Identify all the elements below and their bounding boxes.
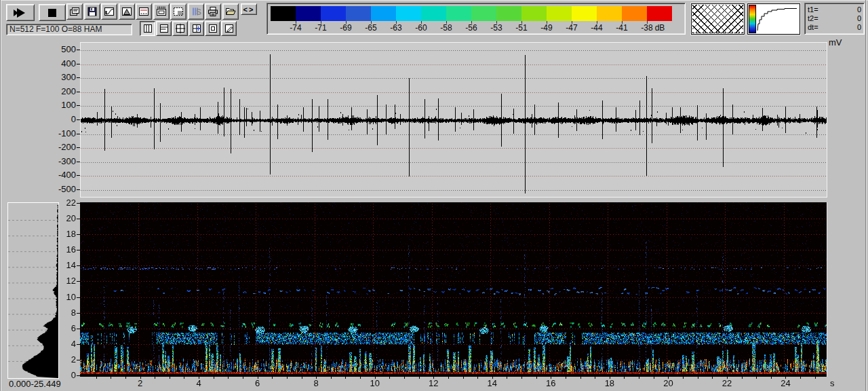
window-right-highlight <box>866 0 867 391</box>
colorbar-db-label: -41 <box>612 23 632 33</box>
colorbar-db-label: -74 <box>285 23 306 33</box>
nav-arrows-button[interactable]: <> <box>241 3 257 15</box>
spectrogram-x-tick <box>566 377 566 379</box>
save-button[interactable] <box>84 3 100 20</box>
save-icon <box>86 5 98 18</box>
window-top-edge <box>0 0 868 1</box>
waveform-view-button[interactable] <box>136 3 152 20</box>
waveform-unit-label: mV <box>829 38 842 48</box>
layout-horizontal-button[interactable] <box>156 21 172 36</box>
spectrogram-x-tick <box>756 377 757 379</box>
layout-single-button[interactable] <box>205 21 220 36</box>
spectrogram-x-tick <box>96 377 97 379</box>
edit-button[interactable] <box>221 21 237 36</box>
spectrogram-y-label: 16 <box>54 245 76 255</box>
layout-horizontal-icon <box>159 23 170 34</box>
spectrogram-x-tick <box>507 377 507 379</box>
spectrogram-y-label: 6 <box>54 324 76 333</box>
stop-icon <box>47 8 57 18</box>
colorbar-unit-label: dB <box>648 23 671 33</box>
spectrogram-x-label: 12 <box>424 379 443 388</box>
spectrogram-x-tick <box>492 377 493 379</box>
spectrogram-x-tick <box>433 377 434 379</box>
svg-text:S: S <box>196 7 201 17</box>
colorbar-db-label: -69 <box>336 23 356 33</box>
colorbar-panel: -74-71-69-65-63-60-58-56-53-51-49-47-44-… <box>267 3 686 35</box>
scale-settings-button[interactable]: S <box>188 3 204 20</box>
colorbar-segment <box>446 6 471 21</box>
transfer-curve <box>756 5 798 33</box>
spectrogram-x-tick <box>654 377 654 379</box>
colorbar-db-label: -47 <box>561 23 582 33</box>
spectrogram-x-tick <box>199 377 199 379</box>
stop-button[interactable] <box>39 4 66 21</box>
spectrogram-y-label: 2 <box>54 355 76 365</box>
selection-zoom-button[interactable] <box>170 3 186 20</box>
waveform-y-label: -300 <box>47 157 76 166</box>
spectrum-histogram-canvas <box>8 203 58 378</box>
spectrogram-x-tick <box>404 377 405 379</box>
waveform-view-icon <box>138 5 150 18</box>
edit-pencil-icon <box>224 23 235 34</box>
time-markers-panel: t1= 0 t2= 0 dt= 0 <box>804 3 865 35</box>
colorbar-db-label: -51 <box>511 23 532 33</box>
spectrogram-x-tick <box>477 377 478 379</box>
scale-settings-icon: S <box>190 5 202 18</box>
waveform-canvas[interactable] <box>81 43 827 197</box>
spectrogram-x-tick <box>580 377 581 379</box>
spectrogram-x-tick <box>214 377 214 379</box>
spectrogram-x-tick <box>727 377 728 379</box>
colorbar-segment <box>271 6 296 21</box>
open-file-button[interactable] <box>222 3 239 20</box>
spectrogram-plot[interactable] <box>80 202 827 377</box>
colorbar-segment <box>597 6 622 21</box>
cascade-windows-button[interactable] <box>66 3 83 20</box>
spectrogram-x-tick <box>243 377 243 379</box>
spectrogram-x-tick <box>389 377 390 379</box>
layout-vertical-button[interactable] <box>140 21 155 36</box>
spectrogram-x-label: 16 <box>541 379 560 388</box>
transfer-curve-panel <box>747 3 800 35</box>
spectrogram-x-label: 6 <box>248 379 267 388</box>
spectrogram-x-tick <box>111 377 111 379</box>
layout-vertical-icon <box>142 23 153 34</box>
spectrogram-x-tick <box>742 377 743 379</box>
spectrogram-canvas[interactable] <box>80 202 827 377</box>
dt-value: 0 <box>857 23 861 32</box>
gain-curve-button[interactable] <box>101 3 117 20</box>
waveform-plot[interactable] <box>80 42 827 198</box>
spectrogram-x-tick <box>316 377 317 379</box>
layout-grid-cursor-button[interactable] <box>189 21 204 36</box>
colorbar-gradient <box>271 6 672 21</box>
spectrogram-y-label: 18 <box>54 229 76 239</box>
spectrogram-x-label: 4 <box>189 379 208 388</box>
spectrum-view-button[interactable] <box>119 3 135 20</box>
cascade-windows-icon <box>68 5 81 18</box>
spectrogram-x-tick <box>536 377 537 379</box>
time-ruler-button[interactable] <box>153 3 170 20</box>
t2-row: t2= 0 <box>805 14 864 23</box>
time-ruler-icon <box>155 5 167 18</box>
colorbar-segment <box>521 6 547 21</box>
spectrogram-x-tick <box>771 377 772 379</box>
waveform-y-label: -200 <box>47 143 76 152</box>
waveform-y-label: -100 <box>47 129 76 138</box>
colorbar-segment <box>471 6 496 21</box>
window-left-highlight <box>1 0 1 391</box>
layout-grid-button[interactable] <box>172 21 188 36</box>
spectrogram-x-tick <box>272 377 273 379</box>
waveform-y-label: 0 <box>47 115 76 124</box>
colorbar-segment <box>496 6 521 21</box>
dt-label: dt= <box>808 23 818 32</box>
waveform-y-label: -400 <box>47 170 76 180</box>
colorbar-db-label: -56 <box>461 23 481 33</box>
spectrogram-x-label: 10 <box>366 379 384 388</box>
print-button[interactable] <box>205 3 221 20</box>
spectrogram-x-tick <box>302 377 302 379</box>
play-button[interactable] <box>6 4 35 21</box>
spectrogram-x-tick <box>698 377 698 379</box>
colorbar-segment <box>547 6 572 21</box>
dt-row: dt= 0 <box>805 23 864 32</box>
spectrogram-x-label: 8 <box>307 379 326 388</box>
spectrogram-x-tick <box>624 377 625 379</box>
